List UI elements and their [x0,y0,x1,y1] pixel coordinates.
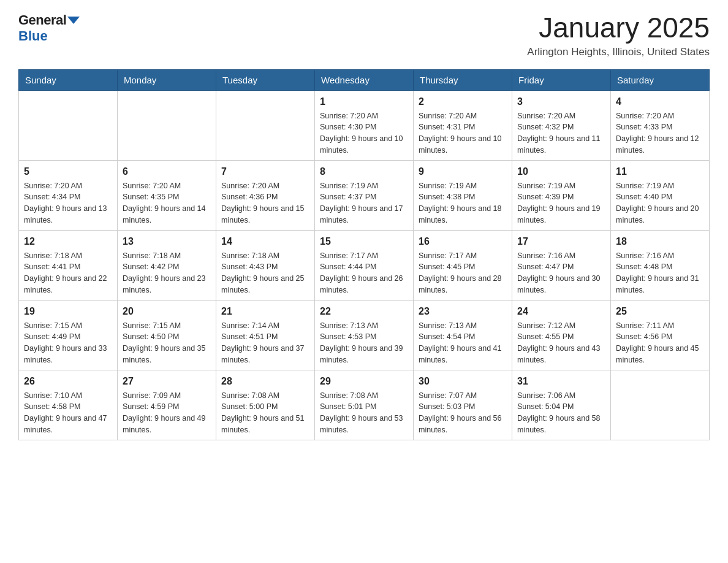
day-info: Sunrise: 7:20 AMSunset: 4:35 PMDaylight:… [123,180,211,226]
day-of-week-header: Wednesday [315,69,414,90]
day-number: 10 [517,164,605,179]
day-info: Sunrise: 7:19 AMSunset: 4:40 PMDaylight:… [616,180,704,226]
day-number: 21 [221,304,309,319]
day-number: 28 [221,374,309,389]
day-info: Sunrise: 7:15 AMSunset: 4:49 PMDaylight:… [24,320,112,366]
day-info: Sunrise: 7:20 AMSunset: 4:32 PMDaylight:… [517,110,605,156]
calendar-day-cell: 12Sunrise: 7:18 AMSunset: 4:41 PMDayligh… [19,230,118,300]
day-number: 9 [419,164,507,179]
calendar-day-cell: 8Sunrise: 7:19 AMSunset: 4:37 PMDaylight… [315,160,414,230]
day-info: Sunrise: 7:09 AMSunset: 4:59 PMDaylight:… [123,390,211,436]
day-info: Sunrise: 7:20 AMSunset: 4:33 PMDaylight:… [616,110,704,156]
calendar-day-cell: 6Sunrise: 7:20 AMSunset: 4:35 PMDaylight… [118,160,216,230]
title-section: January 2025 Arlington Heights, Illinois… [527,12,710,58]
day-info: Sunrise: 7:08 AMSunset: 5:00 PMDaylight:… [221,390,309,436]
day-info: Sunrise: 7:07 AMSunset: 5:03 PMDaylight:… [419,390,507,436]
calendar-day-cell: 2Sunrise: 7:20 AMSunset: 4:31 PMDaylight… [414,90,512,160]
page-header: General Blue January 2025 Arlington Heig… [18,12,710,58]
calendar-header-row: SundayMondayTuesdayWednesdayThursdayFrid… [19,69,710,90]
day-number: 27 [123,374,211,389]
day-info: Sunrise: 7:17 AMSunset: 4:45 PMDaylight:… [419,250,507,296]
day-number: 25 [616,304,704,319]
day-of-week-header: Thursday [414,69,512,90]
day-number: 2 [419,94,507,109]
calendar-week-row: 26Sunrise: 7:10 AMSunset: 4:58 PMDayligh… [19,370,710,440]
calendar-day-cell [611,370,710,440]
calendar-day-cell: 3Sunrise: 7:20 AMSunset: 4:32 PMDaylight… [512,90,611,160]
calendar-day-cell: 21Sunrise: 7:14 AMSunset: 4:51 PMDayligh… [216,300,315,370]
day-number: 8 [320,164,408,179]
calendar-day-cell: 13Sunrise: 7:18 AMSunset: 4:42 PMDayligh… [118,230,216,300]
day-info: Sunrise: 7:19 AMSunset: 4:37 PMDaylight:… [320,180,408,226]
day-number: 13 [123,234,211,249]
day-number: 17 [517,234,605,249]
day-number: 14 [221,234,309,249]
calendar-day-cell: 9Sunrise: 7:19 AMSunset: 4:38 PMDaylight… [414,160,512,230]
day-info: Sunrise: 7:18 AMSunset: 4:41 PMDaylight:… [24,250,112,296]
calendar-day-cell: 25Sunrise: 7:11 AMSunset: 4:56 PMDayligh… [611,300,710,370]
day-info: Sunrise: 7:20 AMSunset: 4:31 PMDaylight:… [419,110,507,156]
day-of-week-header: Sunday [19,69,118,90]
day-number: 26 [24,374,112,389]
logo-blue-text: Blue [18,28,48,44]
day-info: Sunrise: 7:15 AMSunset: 4:50 PMDaylight:… [123,320,211,366]
day-number: 15 [320,234,408,249]
day-number: 18 [616,234,704,249]
day-info: Sunrise: 7:18 AMSunset: 4:43 PMDaylight:… [221,250,309,296]
day-number: 19 [24,304,112,319]
calendar-day-cell: 10Sunrise: 7:19 AMSunset: 4:39 PMDayligh… [512,160,611,230]
day-of-week-header: Saturday [611,69,710,90]
calendar-day-cell: 26Sunrise: 7:10 AMSunset: 4:58 PMDayligh… [19,370,118,440]
calendar-day-cell: 18Sunrise: 7:16 AMSunset: 4:48 PMDayligh… [611,230,710,300]
day-number: 29 [320,374,408,389]
calendar-day-cell: 27Sunrise: 7:09 AMSunset: 4:59 PMDayligh… [118,370,216,440]
day-info: Sunrise: 7:20 AMSunset: 4:30 PMDaylight:… [320,110,408,156]
day-number: 5 [24,164,112,179]
day-number: 12 [24,234,112,249]
day-info: Sunrise: 7:20 AMSunset: 4:34 PMDaylight:… [24,180,112,226]
day-info: Sunrise: 7:18 AMSunset: 4:42 PMDaylight:… [123,250,211,296]
day-info: Sunrise: 7:19 AMSunset: 4:39 PMDaylight:… [517,180,605,226]
day-number: 3 [517,94,605,109]
calendar-day-cell: 14Sunrise: 7:18 AMSunset: 4:43 PMDayligh… [216,230,315,300]
calendar-day-cell: 11Sunrise: 7:19 AMSunset: 4:40 PMDayligh… [611,160,710,230]
day-number: 23 [419,304,507,319]
calendar-day-cell [118,90,216,160]
day-of-week-header: Friday [512,69,611,90]
day-info: Sunrise: 7:19 AMSunset: 4:38 PMDaylight:… [419,180,507,226]
calendar-day-cell: 28Sunrise: 7:08 AMSunset: 5:00 PMDayligh… [216,370,315,440]
calendar-day-cell [216,90,315,160]
calendar-day-cell [19,90,118,160]
day-number: 31 [517,374,605,389]
day-info: Sunrise: 7:20 AMSunset: 4:36 PMDaylight:… [221,180,309,226]
logo-arrow-icon [67,17,80,24]
calendar-day-cell: 17Sunrise: 7:16 AMSunset: 4:47 PMDayligh… [512,230,611,300]
day-number: 22 [320,304,408,319]
calendar-table: SundayMondayTuesdayWednesdayThursdayFrid… [18,69,710,440]
calendar-day-cell: 7Sunrise: 7:20 AMSunset: 4:36 PMDaylight… [216,160,315,230]
calendar-week-row: 1Sunrise: 7:20 AMSunset: 4:30 PMDaylight… [19,90,710,160]
calendar-day-cell: 20Sunrise: 7:15 AMSunset: 4:50 PMDayligh… [118,300,216,370]
day-info: Sunrise: 7:13 AMSunset: 4:53 PMDaylight:… [320,320,408,366]
calendar-title: January 2025 [527,12,710,44]
day-info: Sunrise: 7:16 AMSunset: 4:48 PMDaylight:… [616,250,704,296]
calendar-day-cell: 1Sunrise: 7:20 AMSunset: 4:30 PMDaylight… [315,90,414,160]
logo: General Blue [18,12,80,44]
calendar-week-row: 19Sunrise: 7:15 AMSunset: 4:49 PMDayligh… [19,300,710,370]
calendar-day-cell: 19Sunrise: 7:15 AMSunset: 4:49 PMDayligh… [19,300,118,370]
day-info: Sunrise: 7:16 AMSunset: 4:47 PMDaylight:… [517,250,605,296]
day-info: Sunrise: 7:10 AMSunset: 4:58 PMDaylight:… [24,390,112,436]
logo-general-text: General [18,12,80,28]
calendar-day-cell: 29Sunrise: 7:08 AMSunset: 5:01 PMDayligh… [315,370,414,440]
calendar-day-cell: 24Sunrise: 7:12 AMSunset: 4:55 PMDayligh… [512,300,611,370]
calendar-week-row: 5Sunrise: 7:20 AMSunset: 4:34 PMDaylight… [19,160,710,230]
day-info: Sunrise: 7:11 AMSunset: 4:56 PMDaylight:… [616,320,704,366]
day-info: Sunrise: 7:13 AMSunset: 4:54 PMDaylight:… [419,320,507,366]
day-info: Sunrise: 7:17 AMSunset: 4:44 PMDaylight:… [320,250,408,296]
day-number: 7 [221,164,309,179]
calendar-day-cell: 22Sunrise: 7:13 AMSunset: 4:53 PMDayligh… [315,300,414,370]
day-number: 1 [320,94,408,109]
calendar-day-cell: 4Sunrise: 7:20 AMSunset: 4:33 PMDaylight… [611,90,710,160]
day-of-week-header: Tuesday [216,69,315,90]
day-number: 20 [123,304,211,319]
